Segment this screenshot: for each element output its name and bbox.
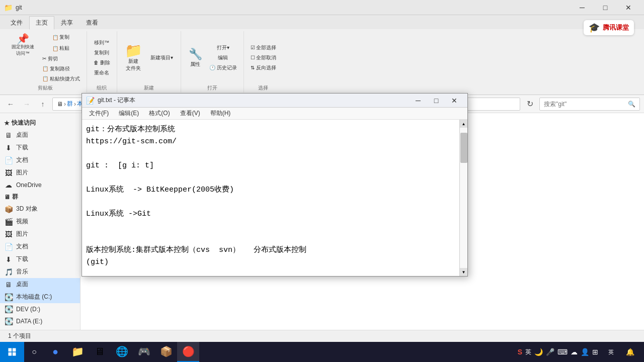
group-header[interactable]: 🖥 群 <box>0 191 80 203</box>
new-folder-button[interactable]: 📁 新建文件夹 <box>121 42 146 73</box>
edit-button[interactable]: 编辑 <box>207 53 239 62</box>
organize-col: 移到™ 复制到 🗑 删除 重命名 <box>91 38 113 77</box>
pictures-icon: 🖼 <box>4 169 13 177</box>
notepad-menu-help[interactable]: 帮助(H) <box>205 108 236 119</box>
sidebar-item-pictures[interactable]: 🖼 图片 <box>0 166 80 179</box>
forward-button[interactable]: → <box>20 98 33 111</box>
moon-icon: 🌙 <box>534 348 543 356</box>
copy-button[interactable]: 📋 复制 <box>40 32 83 42</box>
sidebar-item-desktop2[interactable]: 🖥 桌面 <box>0 278 80 291</box>
notepad-menu-edit[interactable]: 编辑(E) <box>114 108 144 119</box>
sidebar-item-dev-d[interactable]: 💽 DEV (D:) <box>0 303 80 315</box>
tab-view[interactable]: 查看 <box>79 16 105 29</box>
cut-button[interactable]: ✂ 剪切 <box>40 54 60 63</box>
clipboard-large: 📌 固定到快速访问™ 📋 复制 <box>8 32 83 83</box>
tab-home[interactable]: 主页 <box>29 16 54 30</box>
back-button[interactable]: ← <box>4 98 17 111</box>
notification-button[interactable]: 🔔 <box>620 342 640 362</box>
sidebar-item-docs2[interactable]: 📄 文档 <box>0 240 80 253</box>
moveto-button[interactable]: 移到™ <box>91 38 113 47</box>
scroll-thumb[interactable] <box>460 133 467 163</box>
search-button[interactable]: ○ <box>24 342 44 362</box>
close-button[interactable]: ✕ <box>617 0 640 15</box>
sidebar-item-3d[interactable]: 📦 3D 对象 <box>0 203 80 215</box>
title-icon: 📁 <box>4 4 13 12</box>
status-text: 1 个项目 <box>8 332 31 340</box>
maximize-button[interactable]: □ <box>594 0 617 15</box>
properties-button[interactable]: 🔧 属性 <box>185 46 206 69</box>
address-group[interactable]: 群 <box>67 100 73 108</box>
copyto-button[interactable]: 复制到 <box>91 48 113 57</box>
select-items: ☑ 全部选择 ☐ 全部取消 ⇅ 反向选择 <box>248 32 279 83</box>
taskbar-time[interactable]: 英 <box>604 348 618 356</box>
quick-access-header[interactable]: ★ 快速访问 <box>0 117 80 129</box>
notepad-menu-file[interactable]: 文件(F) <box>84 108 114 119</box>
pin-button[interactable]: 📌 固定到快速访问™ <box>8 32 38 83</box>
invert-select-button[interactable]: ⇅ 反向选择 <box>248 63 279 72</box>
clipboard-row: ✂ 剪切 <box>40 54 83 63</box>
rename-button[interactable]: 重命名 <box>91 68 113 77</box>
red-app-icon: 🔴 <box>182 345 195 357</box>
downloads-icon: ⬇ <box>4 144 13 152</box>
notepad-window: 📝 git.txt - 记事本 ─ □ ✕ 文件(F) 编辑(E) 格式(O) … <box>82 93 468 277</box>
start-button[interactable] <box>0 342 24 362</box>
onedrive-icon: ☁ <box>4 181 13 189</box>
taskbar-ie[interactable]: 🌐 <box>111 342 133 362</box>
copypath-button[interactable]: 📋 复制路径 <box>40 64 72 73</box>
sidebar-item-videos[interactable]: 🎬 视频 <box>0 215 80 228</box>
minimize-button[interactable]: ─ <box>571 0 594 15</box>
search-icon[interactable]: 🔍 <box>628 101 635 108</box>
notepad-titlebar: 📝 git.txt - 记事本 ─ □ ✕ <box>82 94 467 108</box>
taskbar-folder[interactable]: 📁 <box>66 342 89 362</box>
scroll-up-button[interactable]: ▲ <box>460 120 468 128</box>
notepad-text[interactable]: git：分布式版本控制系统 https://git-scm.com/ git :… <box>82 120 459 276</box>
3d-icon: 📦 <box>4 205 13 213</box>
clipboard-row3: 📋 粘贴快捷方式 <box>40 74 83 83</box>
sidebar-item-downloads[interactable]: ⬇ 下载 <box>0 141 80 154</box>
taskbar-chrome[interactable]: ● <box>44 342 66 362</box>
select-none-button[interactable]: ☐ 全部取消 <box>248 53 279 62</box>
up-button[interactable]: ↑ <box>36 98 49 111</box>
tab-share[interactable]: 共享 <box>54 16 79 29</box>
sidebar-item-music[interactable]: 🎵 音乐 <box>0 265 80 278</box>
ribbon: 文件 主页 共享 查看 📌 固定到快速访问™ <box>0 15 644 95</box>
taskbar-desktop[interactable]: 🖥 <box>89 342 111 362</box>
time-display: 英 <box>608 348 614 356</box>
select-all-button[interactable]: ☑ 全部选择 <box>248 43 279 52</box>
sidebar-item-onedrive[interactable]: ☁ OneDrive <box>0 179 80 191</box>
open-button[interactable]: 打开▾ <box>207 43 239 52</box>
notepad-minimize-button[interactable]: ─ <box>409 94 427 108</box>
sidebar-item-data-e[interactable]: 💽 DATA (E:) <box>0 315 80 327</box>
notepad-maximize-button[interactable]: □ <box>427 94 445 108</box>
paste-button[interactable]: 📋 粘贴 <box>40 43 83 53</box>
refresh-button[interactable]: ↻ <box>523 98 536 111</box>
sidebar-item-docs[interactable]: 📄 文档 <box>0 154 80 166</box>
search-input[interactable] <box>544 101 626 108</box>
taskbar-app6[interactable]: 📦 <box>155 342 177 362</box>
history-button[interactable]: 🕐 历史记录 <box>207 63 239 72</box>
lang-label[interactable]: 英 <box>525 348 531 356</box>
sidebar-item-pictures2[interactable]: 🖼 图片 <box>0 228 80 240</box>
notepad-menu-view[interactable]: 查看(V) <box>175 108 205 119</box>
notepad-close-button[interactable]: ✕ <box>445 94 463 108</box>
local-c-icon: 💽 <box>4 293 13 301</box>
scroll-down-button[interactable]: ▼ <box>460 268 468 276</box>
pasteshortcut-button[interactable]: 📋 粘贴快捷方式 <box>40 74 83 83</box>
notepad-menu-format[interactable]: 格式(O) <box>144 108 175 119</box>
title-controls: ─ □ ✕ <box>571 0 640 15</box>
grid-icon: ⊞ <box>592 348 598 356</box>
taskbar-app5[interactable]: 🎮 <box>133 342 155 362</box>
sidebar-item-desktop[interactable]: 🖥 桌面 <box>0 129 80 141</box>
keyboard-icon: ⌨ <box>557 348 568 356</box>
delete-button[interactable]: 🗑 删除 <box>91 58 113 67</box>
tab-file[interactable]: 文件 <box>4 16 29 29</box>
open-col: 🔧 属性 <box>185 46 206 69</box>
sidebar-item-local-c[interactable]: 💽 本地磁盘 (C:) <box>0 291 80 303</box>
new-item-button[interactable]: 新建项目▾ <box>147 53 177 63</box>
clipboard-row2: 📋 复制路径 <box>40 64 83 73</box>
new-items: 📁 新建文件夹 新建项目▾ <box>121 32 177 83</box>
taskbar-app-red[interactable]: 🔴 <box>177 342 199 362</box>
sidebar-item-downloads2[interactable]: ⬇ 下载 <box>0 253 80 265</box>
desktop-taskbar-icon: 🖥 <box>95 346 105 357</box>
properties-icon: 🔧 <box>189 48 202 61</box>
